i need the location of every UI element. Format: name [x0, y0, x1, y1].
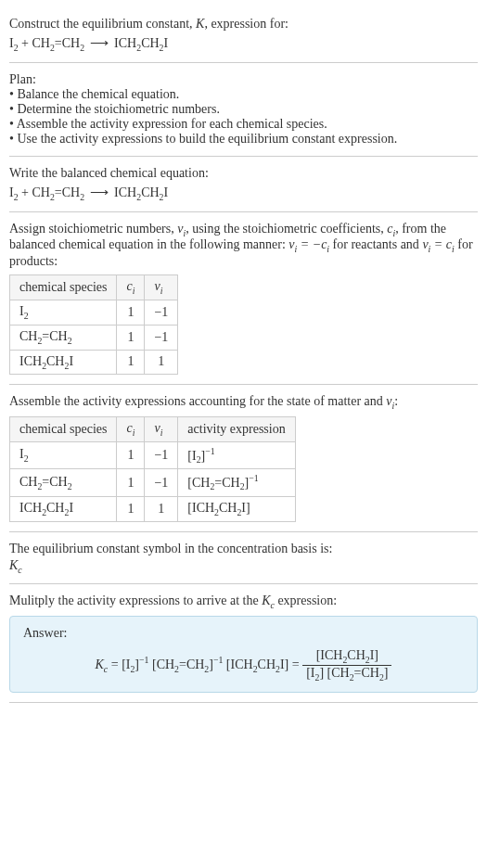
table-row: I2 1 −1 [I2]−1 [10, 441, 296, 468]
cell-nu: −1 [145, 325, 178, 350]
reaction-arrow-icon: ⟶ [90, 36, 109, 50]
reaction-arrow-icon: ⟶ [90, 185, 109, 199]
assemble-text: Assemble the activity expressions accoun… [9, 394, 478, 411]
reactant-ethylene: CH2=CH2 [32, 36, 84, 50]
stoich-table: chemical species ci νi I2 1 −1 CH2=CH2 1… [9, 274, 178, 375]
term-ethylene: [CH2=CH2]−1 [152, 657, 223, 671]
rel1b: = −c [297, 237, 327, 251]
product-diiodoethane: ICH2CH2I [114, 36, 168, 50]
table-row: I2 1 −1 [10, 300, 178, 325]
kc-lhs: Kc [96, 657, 109, 671]
rel2b: = c [430, 237, 452, 251]
cell-species: I2 [10, 441, 117, 468]
assign-rel2: νi = ci [422, 237, 454, 251]
fraction-den: [I2] [CH2=CH2] [302, 666, 391, 683]
assign-nu: νi [177, 222, 186, 236]
product-diiodoethane: ICH2CH2I [114, 185, 168, 199]
balanced-heading: Write the balanced chemical equation: [9, 166, 478, 181]
assemble-t2: : [394, 394, 398, 408]
assign-section: Assign stoichiometric numbers, νi, using… [9, 212, 478, 386]
table-header-row: chemical species ci νi [10, 275, 178, 300]
intro-line1: Construct the equilibrium constant, [9, 17, 196, 31]
col-species: chemical species [10, 417, 117, 442]
balanced-reaction: I2 + CH2=CH2⟶ICH2CH2I [9, 185, 478, 202]
plan-list: Balance the chemical equation. Determine… [9, 87, 478, 147]
assign-t2: , using the stoichiometric coefficients, [186, 222, 387, 236]
reactant-i2: I2 [9, 36, 19, 50]
assign-c: ci [387, 222, 395, 236]
cell-c: 1 [117, 325, 145, 350]
symbol-kc: Kc [9, 558, 478, 575]
intro-section: Construct the equilibrium constant, K, e… [9, 7, 478, 63]
mult-kc: Kc [262, 594, 275, 607]
cell-nu: 1 [145, 350, 178, 375]
assemble-t1: Assemble the activity expressions accoun… [9, 394, 386, 408]
answer-label: Answer: [23, 626, 464, 641]
cell-c: 1 [117, 300, 145, 325]
table-header-row: chemical species ci νi activity expressi… [10, 417, 296, 442]
plan-heading: Plan: [9, 72, 478, 87]
assign-rel1: νi = −ci [288, 237, 329, 251]
cell-species: ICH2CH2I [10, 350, 117, 375]
intro-K: K [196, 17, 204, 31]
mult-t1: Mulitply the activity expressions to arr… [9, 594, 262, 607]
fraction: [ICH2CH2I] [I2] [CH2=CH2] [302, 648, 391, 683]
cell-species: CH2=CH2 [10, 469, 117, 496]
table-row: CH2=CH2 1 −1 [CH2=CH2]−1 [10, 469, 296, 496]
cell-species: ICH2CH2I [10, 496, 117, 521]
table-row: CH2=CH2 1 −1 [10, 325, 178, 350]
cell-activity: [I2]−1 [178, 441, 295, 468]
multiply-section: Mulitply the activity expressions to arr… [9, 584, 478, 702]
table-row: ICH2CH2I 1 1 [10, 350, 178, 375]
symbol-section: The equilibrium constant symbol in the c… [9, 532, 478, 585]
table-row: ICH2CH2I 1 1 [ICH2CH2I] [10, 496, 296, 521]
balanced-section: Write the balanced chemical equation: I2… [9, 157, 478, 212]
kc-K: K [9, 558, 18, 572]
cell-nu: −1 [145, 469, 178, 496]
col-nu: νi [145, 275, 178, 300]
assemble-nu: νi [386, 394, 394, 408]
cell-activity: [CH2=CH2]−1 [178, 469, 295, 496]
col-c: ci [117, 275, 145, 300]
symbol-text: The equilibrium constant symbol in the c… [9, 542, 478, 556]
cell-species: I2 [10, 300, 117, 325]
intro-line1b: , expression for: [204, 17, 288, 31]
cell-activity: [ICH2CH2I] [178, 496, 295, 521]
col-nu: νi [145, 417, 178, 442]
cell-c: 1 [117, 350, 145, 375]
cell-c: 1 [117, 441, 145, 468]
reactant-i2: I2 [9, 185, 19, 199]
answer-formula: Kc = [I2]−1 [CH2=CH2]−1 [ICH2CH2I] = [IC… [23, 648, 464, 683]
plan-item: Balance the chemical equation. [9, 87, 478, 102]
cell-nu: −1 [145, 300, 178, 325]
plan-item: Assemble the activity expression for eac… [9, 117, 478, 132]
term-product: [ICH2CH2I] [226, 657, 288, 671]
reactant-ethylene: CH2=CH2 [32, 185, 84, 199]
assign-t1: Assign stoichiometric numbers, [9, 222, 177, 236]
activity-table: chemical species ci νi activity expressi… [9, 416, 296, 522]
multiply-text: Mulitply the activity expressions to arr… [9, 594, 478, 610]
cell-c: 1 [117, 469, 145, 496]
cell-species: CH2=CH2 [10, 325, 117, 350]
plan-item: Use the activity expressions to build th… [9, 132, 478, 147]
assign-text: Assign stoichiometric numbers, νi, using… [9, 222, 478, 270]
cell-c: 1 [117, 496, 145, 521]
mult-t2: expression: [275, 594, 337, 607]
col-c: ci [117, 417, 145, 442]
plan-section: Plan: Balance the chemical equation. Det… [9, 63, 478, 157]
col-species: chemical species [10, 275, 117, 300]
assign-t4: for reactants and [329, 237, 422, 251]
answer-box: Answer: Kc = [I2]−1 [CH2=CH2]−1 [ICH2CH2… [9, 616, 478, 693]
assemble-section: Assemble the activity expressions accoun… [9, 385, 478, 531]
cell-nu: 1 [145, 496, 178, 521]
col-activity: activity expression [178, 417, 295, 442]
term-i2: [I2]−1 [122, 657, 148, 671]
mult-K: K [262, 594, 270, 607]
intro-text: Construct the equilibrium constant, K, e… [9, 17, 478, 32]
fraction-num: [ICH2CH2I] [302, 648, 391, 666]
cell-nu: −1 [145, 441, 178, 468]
kc-sub: c [18, 564, 21, 574]
intro-reaction: I2 + CH2=CH2⟶ICH2CH2I [9, 35, 478, 53]
plan-item: Determine the stoichiometric numbers. [9, 102, 478, 117]
